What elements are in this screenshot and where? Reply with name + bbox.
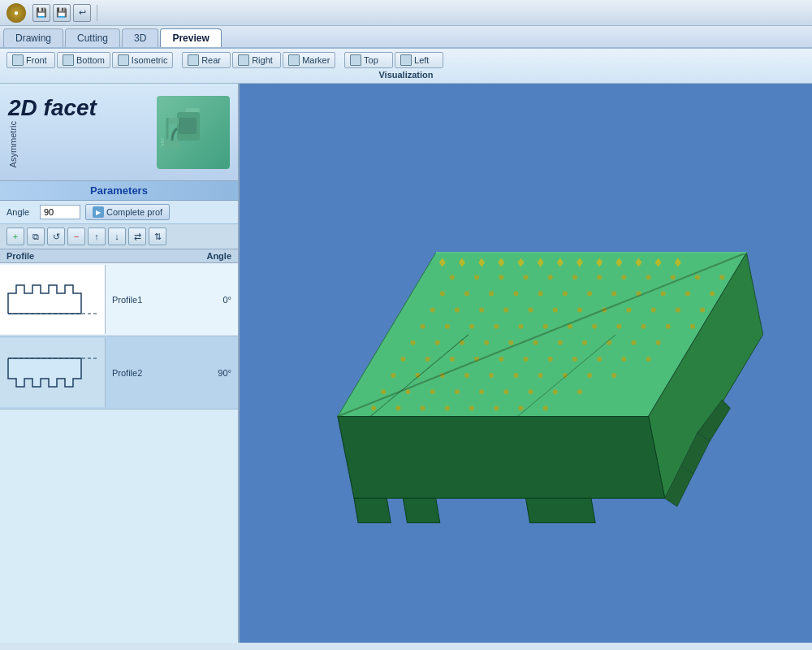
svg-line-5 [161,136,164,141]
svg-marker-16 [403,498,439,522]
move-down-button[interactable]: ↓ [108,228,126,245]
svg-point-38 [548,275,553,280]
angle-label: Angle [6,207,35,217]
angle-input[interactable] [40,205,80,219]
top-view-btn[interactable]: Top [344,52,393,68]
svg-point-103 [646,357,651,362]
profile-angle-2: 90° [189,368,238,378]
rear-view-btn[interactable]: Rear [182,52,231,68]
svg-point-80 [666,324,671,329]
svg-point-125 [421,405,425,410]
svg-point-108 [489,373,494,378]
svg-point-45 [719,275,724,280]
profile-thumb-2 [0,338,106,407]
svg-line-7 [161,144,164,147]
panel-title: 2D facet [8,97,97,119]
svg-point-104 [391,373,395,378]
svg-point-81 [690,324,695,329]
svg-point-94 [425,357,430,362]
rear-view-icon [188,54,199,66]
svg-rect-2 [167,118,179,124]
svg-point-44 [695,275,700,280]
isometric-view-btn[interactable]: Isometric [112,52,174,68]
svg-point-127 [469,405,474,410]
svg-point-116 [430,389,435,394]
complete-icon: ▶ [93,206,104,218]
visualization-label: Visualization [6,70,806,80]
svg-point-72 [469,324,474,329]
svg-point-50 [538,291,543,296]
params-row: Angle ▶ Complete prof [0,201,238,224]
toolbar-row: + ⧉ ↺ − ↑ ↓ ⇄ ⇅ [0,224,238,249]
title-bar: ● 💾 💾 ↩ [0,0,812,26]
copy-button[interactable]: ⧉ [27,228,45,245]
svg-point-78 [616,324,621,329]
svg-point-48 [489,291,494,296]
undo-button[interactable]: ↩ [73,4,91,22]
svg-point-86 [508,340,513,345]
svg-point-36 [499,275,503,280]
marker-btn[interactable]: Marker [283,52,335,68]
complete-profile-button[interactable]: ▶ Complete prof [85,204,170,220]
tab-3d[interactable]: 3D [122,28,158,47]
profile-item-1[interactable]: Profile1 0° [0,263,238,336]
svg-point-118 [479,389,484,394]
save-button-2[interactable]: 💾 [53,4,71,22]
profile-item-2[interactable]: Profile2 90° [0,336,238,410]
add-button[interactable]: + [6,228,24,245]
swap-v-button[interactable]: ⇅ [149,228,166,245]
tab-cutting[interactable]: Cutting [65,28,120,47]
tab-bar: Drawing Cutting 3D Preview [0,26,812,49]
svg-point-95 [450,357,455,362]
svg-point-113 [611,373,616,378]
svg-point-69 [700,308,705,313]
svg-point-123 [371,405,376,410]
svg-point-87 [533,340,538,345]
svg-point-75 [543,324,548,329]
viewport[interactable] [240,84,812,643]
svg-point-109 [513,373,518,378]
delete-button[interactable]: − [67,228,85,245]
svg-point-52 [587,291,592,296]
svg-point-58 [430,308,435,313]
svg-point-63 [553,308,558,313]
bottom-view-btn[interactable]: Bottom [57,52,110,68]
profile-name-2: Profile2 [106,368,189,378]
profile-col-header: Profile [6,251,183,261]
svg-point-79 [641,324,646,329]
svg-point-56 [685,291,690,296]
svg-point-53 [611,291,616,296]
svg-point-112 [587,373,592,378]
tab-preview[interactable]: Preview [160,28,221,47]
svg-point-47 [464,291,469,296]
svg-point-100 [572,357,577,362]
svg-point-66 [626,308,631,313]
svg-point-34 [450,275,455,280]
svg-point-59 [455,308,460,313]
front-view-icon [12,54,24,66]
svg-point-93 [400,357,405,362]
svg-point-70 [421,324,425,329]
svg-point-97 [499,357,503,362]
rotate-button[interactable]: ↺ [47,228,65,245]
angle-col-header: Angle [183,251,231,261]
tab-drawing[interactable]: Drawing [3,28,63,47]
save-button-1[interactable]: 💾 [32,4,50,22]
svg-point-43 [671,275,676,280]
isometric-view-icon [118,54,129,66]
profile-name-1: Profile1 [106,295,189,305]
bottom-view-icon [63,54,74,66]
svg-point-39 [572,275,577,280]
right-view-btn[interactable]: Right [232,52,281,68]
front-view-btn[interactable]: Front [6,52,55,68]
profile-list: Profile1 0° Profile2 90° [0,263,238,643]
svg-point-110 [538,373,543,378]
svg-point-74 [518,324,523,329]
svg-point-107 [464,373,469,378]
svg-point-129 [518,405,523,410]
move-up-button[interactable]: ↑ [88,228,106,245]
profile-thumb-1 [0,265,106,334]
left-view-btn[interactable]: Left [395,52,443,68]
swap-h-button[interactable]: ⇄ [128,228,146,245]
app-icon: ● [6,3,26,23]
